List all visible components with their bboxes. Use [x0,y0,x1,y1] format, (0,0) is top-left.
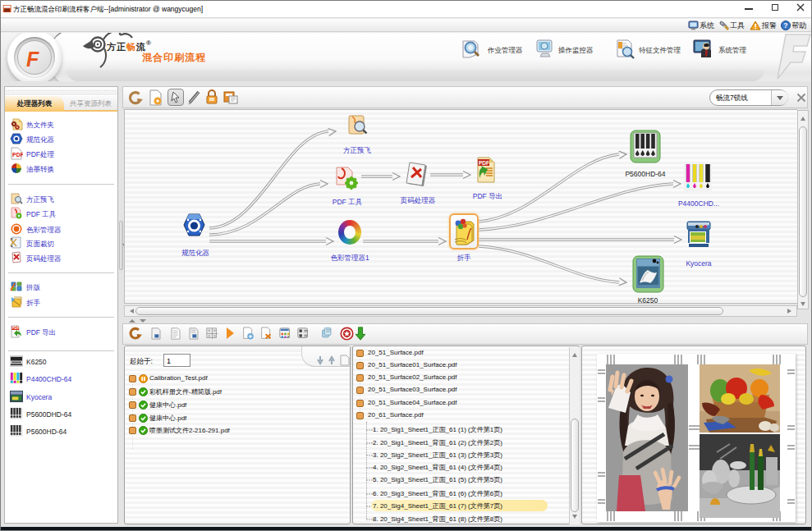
svg-text:?: ? [783,21,787,30]
svg-text:PDF: PDF [12,326,20,330]
svg-text:PDF: PDF [479,160,489,166]
svg-text:PDF: PDF [12,152,23,158]
